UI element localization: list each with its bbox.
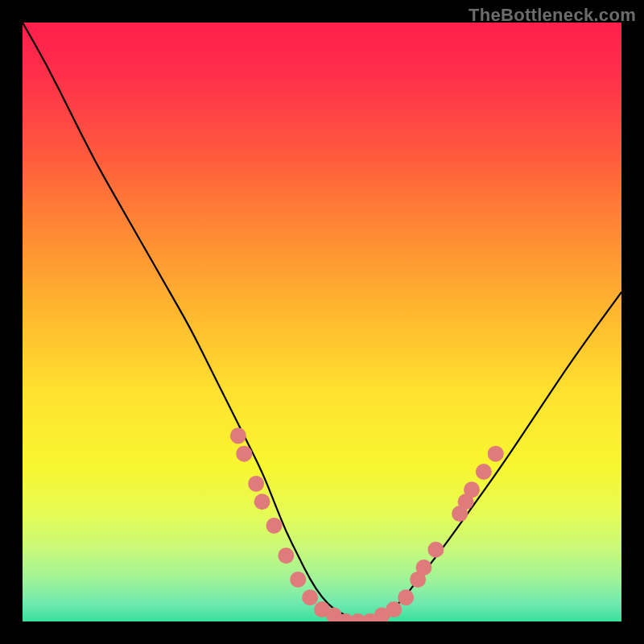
data-point (236, 446, 252, 462)
data-point (230, 427, 246, 444)
data-point (248, 476, 264, 492)
plot-area (23, 23, 621, 621)
chart-container: TheBottleneck.com (0, 0, 644, 644)
data-point (278, 547, 294, 564)
data-point (302, 589, 318, 605)
data-point (464, 481, 480, 497)
data-point (290, 572, 306, 588)
data-point (266, 518, 282, 534)
data-point (427, 542, 444, 558)
data-point (386, 601, 402, 617)
curve-layer (23, 23, 621, 621)
bottleneck-curve (23, 23, 621, 621)
data-point (488, 446, 504, 462)
data-point (415, 559, 431, 576)
scatter-points (230, 427, 504, 621)
data-point (476, 464, 492, 480)
data-point (254, 493, 270, 510)
data-point (398, 589, 414, 605)
